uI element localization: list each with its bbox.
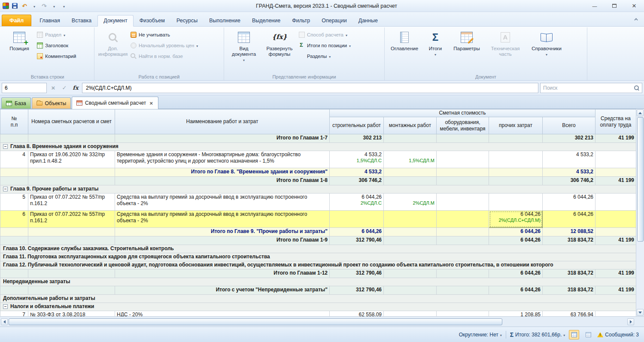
cell-docs[interactable] bbox=[28, 177, 115, 185]
exclude-button[interactable]: Не учитывать bbox=[129, 31, 199, 38]
maximize-button[interactable] bbox=[605, 0, 624, 12]
cell-num[interactable] bbox=[0, 228, 28, 236]
parameters-button[interactable]: Параметры bbox=[449, 29, 485, 53]
cell-docs[interactable]: Приказ от 07.07.2022 № 557/пр п.161.2 bbox=[28, 194, 115, 211]
chapter-cell[interactable]: Глава 11. Подготовка эксплуатационных ка… bbox=[0, 253, 636, 261]
undo-dropdown[interactable] bbox=[30, 2, 39, 10]
cell-proch[interactable]: 6 044,26 bbox=[489, 236, 543, 245]
cell-num[interactable]: 7 bbox=[0, 311, 28, 317]
cell-stroit[interactable] bbox=[330, 211, 384, 228]
scroll-left-button[interactable] bbox=[1, 318, 8, 325]
cell-docs[interactable] bbox=[28, 168, 115, 177]
vertical-scrollbar[interactable] bbox=[636, 109, 644, 316]
cell-stroit[interactable]: 312 790,46 bbox=[330, 236, 384, 245]
ribbon-tab-5[interactable]: Ресурсы bbox=[171, 15, 203, 26]
cell-montazh[interactable] bbox=[384, 177, 437, 185]
cell-oplata[interactable]: 41 199 bbox=[595, 269, 636, 278]
cell-vsego[interactable]: 318 834,72 bbox=[543, 269, 595, 278]
cell-stroit[interactable]: 4 533,21,5%СДЛ.С bbox=[330, 151, 384, 168]
cell-num[interactable]: 4 bbox=[0, 151, 28, 168]
cell-oborud[interactable] bbox=[437, 134, 489, 143]
insert-function-button[interactable] bbox=[71, 83, 80, 93]
redo-button[interactable] bbox=[40, 2, 49, 10]
save-button[interactable] bbox=[10, 2, 19, 10]
position-button[interactable]: Позиция bbox=[3, 29, 36, 53]
cell-stroit[interactable]: 62 558,09 bbox=[330, 311, 384, 317]
cell-oplata[interactable]: 41 199 bbox=[595, 236, 636, 245]
technical-part-button[interactable]: Техническая часть bbox=[485, 29, 526, 58]
cell-vsego[interactable]: 306 746,2 bbox=[543, 177, 595, 185]
cell-proch[interactable]: 6 044,26 bbox=[489, 228, 543, 236]
find-in-base-button[interactable]: Найти в норм. базе bbox=[129, 53, 199, 60]
cell-oborud[interactable] bbox=[437, 177, 489, 185]
ribbon-tab-9[interactable]: Операции bbox=[316, 15, 352, 26]
cell-oborud[interactable] bbox=[437, 286, 489, 295]
cell-oplata[interactable] bbox=[595, 311, 636, 317]
cell-num[interactable]: 6 bbox=[0, 211, 28, 228]
cell-vsego[interactable]: 6 044,26 bbox=[543, 194, 595, 211]
cancel-formula-button[interactable] bbox=[49, 83, 58, 93]
cell-name[interactable]: Итого по Главам 1-7 bbox=[115, 134, 330, 143]
cell-num[interactable] bbox=[0, 286, 28, 295]
formula-input[interactable] bbox=[82, 83, 538, 93]
view-mode-grid-button[interactable] bbox=[569, 330, 579, 339]
cell-oborud[interactable] bbox=[437, 168, 489, 177]
cell-montazh[interactable] bbox=[384, 236, 437, 245]
cell-proch[interactable] bbox=[489, 168, 543, 177]
messages-button[interactable]: Сообщений: 3 bbox=[597, 332, 639, 338]
chapter-cell[interactable]: Глава 12. Публичный технологический и це… bbox=[0, 261, 636, 269]
close-button[interactable] bbox=[624, 0, 644, 12]
ribbon-tab-1[interactable]: Главная bbox=[34, 15, 66, 26]
horizontal-scrollbar[interactable] bbox=[0, 316, 644, 327]
app-logo-icon[interactable] bbox=[3, 3, 9, 9]
cell-oborud[interactable] bbox=[437, 151, 489, 168]
horizontal-scroll-thumb[interactable] bbox=[9, 318, 502, 325]
cell-oplata[interactable] bbox=[595, 168, 636, 177]
expand-formulas-button[interactable]: Развернуть формулы bbox=[261, 29, 298, 58]
cell-oplata[interactable] bbox=[595, 211, 636, 228]
cell-proch[interactable]: 6 044,26 bbox=[489, 286, 543, 295]
cell-docs[interactable] bbox=[28, 134, 115, 143]
cell-montazh[interactable] bbox=[384, 286, 437, 295]
cell-proch[interactable] bbox=[489, 194, 543, 211]
search-input[interactable] bbox=[543, 85, 634, 91]
cell-name[interactable]: НДС - 20% bbox=[115, 311, 330, 317]
cell-stroit[interactable]: 6 044,262%СДЛ.С bbox=[330, 194, 384, 211]
sections-button[interactable]: Разделы bbox=[298, 53, 352, 60]
cell-oplata[interactable]: 41 199 bbox=[595, 177, 636, 185]
cell-proch[interactable]: 1 208,85 bbox=[489, 311, 543, 317]
cell-num[interactable] bbox=[0, 168, 28, 177]
cell-proch[interactable] bbox=[489, 177, 543, 185]
ribbon-tab-8[interactable]: Фильтр bbox=[286, 15, 316, 26]
cell-num[interactable] bbox=[0, 134, 28, 143]
extra-info-button[interactable]: Доп. информация bbox=[97, 29, 129, 58]
cell-vsego[interactable]: 318 834,72 bbox=[543, 236, 595, 245]
cell-name[interactable]: Средства на выплату премий за досрочный … bbox=[115, 211, 330, 228]
cell-oborud[interactable] bbox=[437, 236, 489, 245]
position-totals-button[interactable]: Итоги по позиции bbox=[298, 42, 352, 49]
heading-button[interactable]: Заголовок bbox=[36, 42, 77, 49]
cell-oplata[interactable] bbox=[595, 194, 636, 211]
doc-tab-2[interactable]: Сводный сметный расчет bbox=[72, 97, 158, 109]
cell-oplata[interactable] bbox=[595, 151, 636, 168]
cell-vsego[interactable]: 318 834,72 bbox=[543, 286, 595, 295]
ribbon-tab-6[interactable]: Выполнение bbox=[204, 15, 246, 26]
cell-montazh[interactable] bbox=[384, 168, 437, 177]
cell-docs[interactable] bbox=[28, 236, 115, 245]
cell-oplata[interactable]: 41 199 bbox=[595, 134, 636, 143]
cell-stroit[interactable]: 6 044,26 bbox=[330, 228, 384, 236]
cell-num[interactable]: 5 bbox=[0, 194, 28, 211]
cell-num[interactable] bbox=[0, 269, 28, 278]
cell-num[interactable] bbox=[0, 177, 28, 185]
ribbon-collapse-icon[interactable] bbox=[634, 16, 640, 22]
cell-name[interactable]: Итого по Главам 1-8 bbox=[115, 177, 330, 185]
cell-vsego[interactable]: 12 088,52 bbox=[543, 228, 595, 236]
cell-stroit[interactable]: 312 790,46 bbox=[330, 269, 384, 278]
close-tab-icon[interactable] bbox=[149, 100, 154, 106]
cell-docs[interactable]: Приказ от 07.07.2022 № 557/пр п.161.2 bbox=[28, 211, 115, 228]
cell-proch[interactable] bbox=[489, 151, 543, 168]
redo-dropdown[interactable] bbox=[50, 2, 58, 10]
cell-reference-input[interactable] bbox=[2, 83, 47, 93]
cell-oborud[interactable] bbox=[437, 211, 489, 228]
doc-tab-1[interactable]: Объекты bbox=[32, 97, 71, 109]
